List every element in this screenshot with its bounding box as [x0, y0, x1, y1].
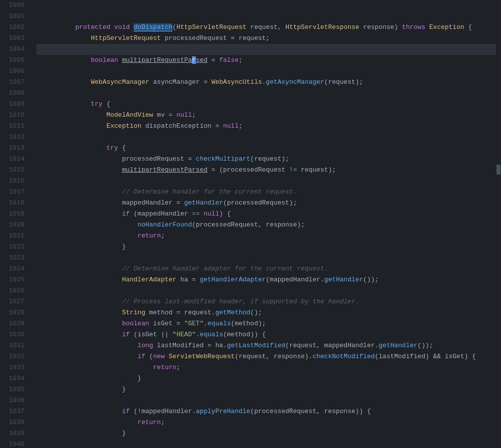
line-num-1007: 1007: [0, 77, 24, 88]
line-num-1002: 1002: [0, 22, 24, 33]
line-num-1009: 1009: [0, 99, 24, 110]
line-num-1013: 1013: [0, 143, 24, 154]
code-line-1000: [36, 0, 501, 11]
code-line-1016: // Determine handler for the current req…: [36, 176, 501, 187]
code-content[interactable]: protected void doDispatch(HttpServletReq…: [32, 0, 501, 448]
code-line-1040: // Actually invoke the handler.: [36, 439, 501, 448]
line-num-1040: 1040: [0, 439, 24, 448]
code-line-1010: Exception dispatchException = null;: [36, 110, 501, 121]
line-num-1038: 1038: [0, 417, 24, 428]
code-line-1033: }: [36, 362, 501, 373]
line-num-1039: 1039: [0, 428, 24, 439]
code-line-1007: [36, 77, 501, 88]
code-line-1026: // Process last-modified header, if supp…: [36, 285, 501, 296]
line-num-1023: 1023: [0, 252, 24, 263]
code-line-1017: mappedHandler = getHandler(processedRequ…: [36, 187, 501, 198]
code-line-1012: try {: [36, 132, 501, 143]
line-num-1004: 1004: [0, 44, 24, 55]
code-line-1005: [36, 55, 501, 66]
code-line-1030: long lastModified = ha.getLastModified(r…: [36, 329, 501, 340]
line-num-1001: 1001: [0, 11, 24, 22]
code-line-1015: [36, 165, 501, 176]
code-line-1038: }: [36, 417, 501, 428]
code-line-1036: if (!mappedHandler.applyPreHandle(proces…: [36, 395, 501, 406]
code-line-1023: // Determine handler adapter for the cur…: [36, 252, 501, 263]
line-num-1006: 1006: [0, 66, 24, 77]
scrollbar-track[interactable]: [496, 0, 501, 448]
line-num-1021: 1021: [0, 230, 24, 241]
line-num-1025: 1025: [0, 274, 24, 285]
code-line-1024: HandlerAdapter ha = getHandlerAdapter(ma…: [36, 263, 501, 274]
code-line-1022: [36, 241, 501, 252]
code-line-1020: return;: [36, 220, 501, 230]
code-line-1006: WebAsyncManager asyncManager = WebAsyncU…: [36, 66, 501, 77]
code-line-1035: [36, 384, 501, 395]
line-num-1010: 1010: [0, 110, 24, 121]
code-line-1009: ModelAndView mv = null;: [36, 99, 501, 110]
line-num-1027: 1027: [0, 296, 24, 307]
line-num-1016: 1016: [0, 176, 24, 187]
code-line-1032: return;: [36, 351, 501, 362]
code-line-1028: boolean isGet = "GET".equals(method);: [36, 307, 501, 318]
line-num-1031: 1031: [0, 340, 24, 351]
code-line-1019: noHandlerFound(processedRequest, respons…: [36, 209, 501, 220]
line-num-1035: 1035: [0, 384, 24, 395]
code-line-1004: boolean multipartRequestParsed = false;: [36, 44, 501, 55]
line-num-1015: 1015: [0, 165, 24, 176]
code-line-1013: processedRequest = checkMultipart(reques…: [36, 143, 501, 154]
line-num-1024: 1024: [0, 263, 24, 274]
code-line-1018: if (mappedHandler == null) {: [36, 198, 501, 209]
code-line-1037: return;: [36, 406, 501, 417]
code-line-1001: protected void doDispatch(HttpServletReq…: [36, 11, 501, 22]
line-numbers: 1000 1001 1002 1003 1004 1005 1006 1007 …: [0, 0, 32, 448]
line-num-1032: 1032: [0, 351, 24, 362]
code-line-1011: [36, 121, 501, 132]
line-num-1018: 1018: [0, 198, 24, 209]
line-num-1011: 1011: [0, 121, 24, 132]
line-num-1026: 1026: [0, 285, 24, 296]
code-editor: 1000 1001 1002 1003 1004 1005 1006 1007 …: [0, 0, 501, 448]
code-line-1031: if (new ServletWebRequest(request, respo…: [36, 340, 501, 351]
line-num-1029: 1029: [0, 318, 24, 329]
line-num-1019: 1019: [0, 209, 24, 220]
code-line-1003: HandlerExecutionChain mappedHandler = nu…: [36, 33, 501, 44]
line-num-1034: 1034: [0, 373, 24, 384]
line-num-1017: 1017: [0, 187, 24, 198]
line-num-1028: 1028: [0, 307, 24, 318]
line-num-1020: 1020: [0, 220, 24, 230]
line-num-1022: 1022: [0, 241, 24, 252]
code-line-1039: [36, 428, 501, 439]
line-num-1005: 1005: [0, 55, 24, 66]
code-line-1008: try {: [36, 88, 501, 99]
line-num-1037: 1037: [0, 406, 24, 417]
code-line-1027: String method = request.getMethod();: [36, 296, 501, 307]
code-line-1002: HttpServletRequest processedRequest = re…: [36, 22, 501, 33]
line-num-1030: 1030: [0, 329, 24, 340]
code-line-1025: [36, 274, 501, 285]
line-num-1014: 1014: [0, 154, 24, 165]
line-num-1003: 1003: [0, 33, 24, 44]
line-num-1036: 1036: [0, 395, 24, 406]
code-line-1029: if (isGet || "HEAD".equals(method)) {: [36, 318, 501, 329]
line-num-1008: 1008: [0, 88, 24, 99]
scrollbar-thumb[interactable]: [497, 165, 501, 175]
code-line-1014: multipartRequestParsed = (processedReque…: [36, 154, 501, 165]
line-num-1033: 1033: [0, 362, 24, 373]
code-line-1034: }: [36, 373, 501, 384]
code-line-1021: }: [36, 230, 501, 241]
line-num-1012: 1012: [0, 132, 24, 143]
line-num-1000: 1000: [0, 0, 24, 11]
